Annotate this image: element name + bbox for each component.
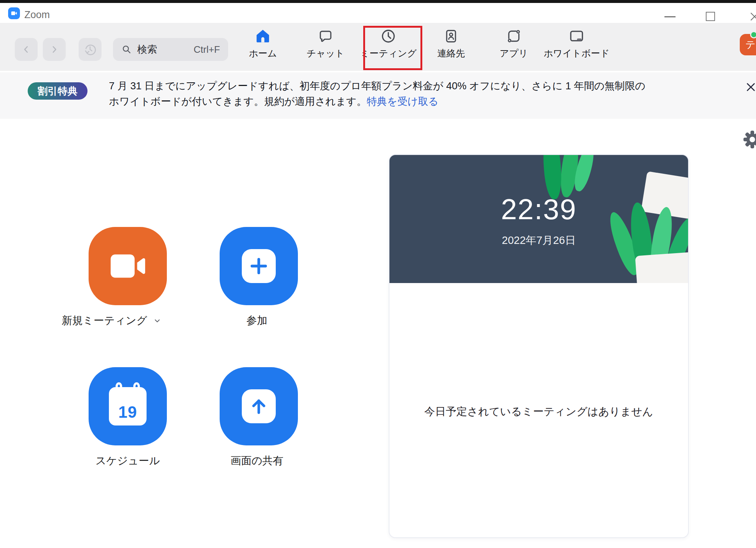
- tab-label: ホワイトボード: [544, 47, 610, 59]
- promo-banner: 割引特典 7 月 31 日までにアップグレードすれば、初年度のプロ年額プラン料金…: [0, 72, 756, 119]
- history-clock-icon: [83, 42, 97, 56]
- close-icon[interactable]: [749, 11, 756, 22]
- schedule-label: スケジュール: [72, 454, 183, 468]
- minimize-icon[interactable]: [664, 16, 676, 17]
- arrow-up-icon: [242, 389, 276, 423]
- plus-icon: [242, 249, 276, 283]
- search-shortcut: Ctrl+F: [194, 44, 220, 55]
- chevron-down-icon[interactable]: [153, 317, 161, 325]
- chevron-right-icon: [49, 44, 59, 55]
- avatar-initial: テ: [745, 38, 756, 51]
- maximize-icon[interactable]: [706, 12, 715, 21]
- share-screen-label: 画面の共有: [202, 454, 312, 468]
- promo-text-line2: ます。規約が適用されます。: [233, 96, 367, 107]
- tab-whiteboard[interactable]: ホワイトボード: [553, 27, 601, 59]
- tab-contacts[interactable]: 連絡先: [427, 27, 475, 59]
- settings-gear-icon[interactable]: [743, 130, 756, 149]
- tab-label: アプリ: [500, 47, 528, 59]
- calendar-ring: [133, 382, 140, 390]
- status-online-dot: [750, 31, 756, 38]
- today-meetings-card: 22:39 2022年7月26日 今日予定されているミーティングはありません: [389, 154, 689, 538]
- window-title: Zoom: [24, 9, 50, 21]
- search-placeholder: 検索: [137, 43, 157, 56]
- titlebar: Zoom: [0, 3, 756, 23]
- share-screen-button[interactable]: [220, 367, 298, 445]
- new-meeting-button[interactable]: [89, 227, 167, 305]
- navbar: 検索 Ctrl+F ホーム チャット: [0, 23, 756, 71]
- apps-icon: [506, 27, 522, 44]
- schedule-button[interactable]: 19: [89, 367, 167, 445]
- history-button[interactable]: [79, 38, 102, 61]
- clock-date: 2022年7月26日: [389, 233, 688, 248]
- nav-tabs: ホーム チャット ミーティング: [239, 27, 601, 59]
- tab-apps[interactable]: アプリ: [490, 27, 538, 59]
- zoom-logo-icon: [8, 7, 20, 19]
- calendar-icon: 19: [109, 387, 147, 425]
- tab-home[interactable]: ホーム: [239, 27, 287, 59]
- back-button[interactable]: [15, 38, 38, 61]
- forward-button[interactable]: [43, 38, 66, 61]
- join-button[interactable]: [220, 227, 298, 305]
- whiteboard-icon: [568, 27, 585, 44]
- search-input[interactable]: 検索 Ctrl+F: [113, 38, 228, 61]
- contact-card-icon: [443, 27, 459, 44]
- join-label: 参加: [202, 314, 312, 328]
- promo-text: 7 月 31 日までにアップグレードすれば、初年度のプロ年額プラン料金が 40%…: [109, 78, 648, 109]
- tab-chat[interactable]: チャット: [302, 27, 350, 59]
- clock-time: 22:39: [389, 193, 688, 226]
- chevron-left-icon: [21, 44, 31, 55]
- new-meeting-label-row: 新規ミーティング: [56, 314, 167, 328]
- new-meeting-label: 新規ミーティング: [62, 314, 147, 328]
- promo-badge: 割引特典: [28, 82, 87, 100]
- clock-icon: [380, 27, 396, 44]
- calendar-ring: [116, 382, 122, 390]
- window-top-edge: [0, 0, 756, 3]
- tab-label: ミーティング: [360, 47, 417, 59]
- home-icon: [255, 27, 271, 44]
- search-icon: [121, 44, 132, 55]
- tab-label: 連絡先: [437, 47, 465, 59]
- no-meetings-message: 今日予定されているミーティングはありません: [389, 404, 688, 419]
- calendar-day: 19: [118, 404, 137, 420]
- video-camera-icon: [106, 244, 150, 288]
- main-content: 新規ミーティング 参加 19 スケジュール 画面の共有: [0, 119, 756, 548]
- chat-bubble-icon: [318, 27, 333, 44]
- banner-close-icon[interactable]: [745, 81, 756, 93]
- tab-label: ホーム: [249, 47, 277, 59]
- tab-label: チャット: [307, 47, 344, 59]
- tab-meetings[interactable]: ミーティング: [364, 27, 412, 59]
- claim-offer-link[interactable]: 特典を受け取る: [367, 96, 438, 107]
- clock-wallpaper: 22:39 2022年7月26日: [389, 155, 688, 283]
